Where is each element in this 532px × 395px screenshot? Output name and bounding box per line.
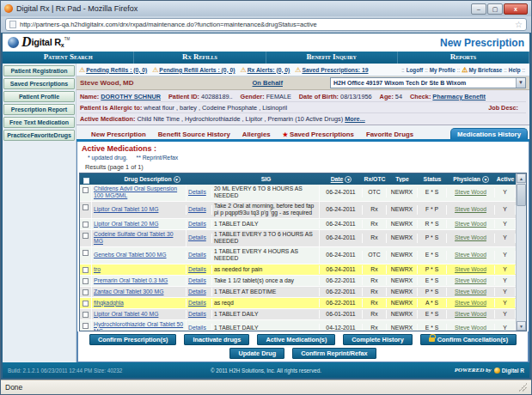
more-link[interactable]: More... [345,115,365,123]
nav-item[interactable]: Rx Refills [134,52,266,64]
session-link[interactable]: Logoff [407,67,424,73]
physician-link[interactable]: Steve Wood [455,289,486,295]
row-checkbox[interactable] [83,204,89,210]
action-button[interactable]: Inactivate drugs [184,334,249,345]
nav-item[interactable]: Reports [398,52,529,64]
nav-item[interactable]: Patient Search [3,52,134,64]
on-behalf-link[interactable]: On Behalf [253,79,283,87]
tab[interactable]: ★ Favorite Drugs [360,129,419,139]
drug-link[interactable]: Childrens Advil Oral Suspension 100 MG/5… [94,185,177,198]
physician-link[interactable]: Steve Wood [455,206,486,212]
physician-link[interactable]: Steve Wood [455,311,486,317]
details-link[interactable]: Details [188,206,206,212]
details-link[interactable]: Details [188,234,206,240]
bookmark-star-icon[interactable]: ☆ [515,21,523,29]
details-link[interactable]: Details [188,221,206,227]
tab[interactable]: ★ New Prescription [85,129,152,139]
action-button[interactable]: Confirm Prescription(s) [89,334,177,345]
sidebar-item[interactable]: Saved Prescriptions [3,78,75,89]
sidebar-item[interactable]: Patient Profile [3,91,75,102]
physician-link[interactable]: Steve Wood [455,252,486,258]
drug-link[interactable]: Premarin Oral Tablet 0.3 MG [94,277,168,283]
medications-table: Drug Description ▼ SIG Date ▼ Rx/OTC Typ… [79,173,527,331]
row-checkbox[interactable] [83,278,89,284]
nav-item[interactable]: Benefit Inquiry [266,52,398,64]
sidebar-item[interactable]: Prescription Report [3,104,75,115]
select-all-checkbox[interactable] [83,178,89,184]
alert-link[interactable]: Rx Alerts: (0, 0) [248,67,290,73]
session-link[interactable]: My Briefcase [468,67,502,73]
physician-link[interactable]: Steve Wood [455,277,486,283]
drug-link[interactable]: Lipitor Oral Tablet 40 MG [94,311,158,317]
physician-link[interactable]: Steve Wood [455,325,486,331]
alert-link[interactable]: Pending Refill Alerts : (0, 0) [159,67,235,73]
drug-link[interactable]: Codeine Sulfate Oral Tablet 30 MG [94,231,173,244]
pharmacy-benefit-link[interactable]: Pharmacy Benefit [432,93,486,100]
tab[interactable]: ★ Saved Prescriptions [277,129,360,139]
details-link[interactable]: Details [188,277,206,283]
row-checkbox[interactable] [83,289,89,295]
sort-dropdown-icon[interactable]: ▼ [345,176,352,183]
column-date[interactable]: Date ▼ [320,176,363,183]
row-checkbox[interactable] [83,233,89,239]
office-select[interactable]: H2H Office 49197 Wixom Tech Dr Ste B Wix… [330,77,526,88]
action-button[interactable]: Update Drug [229,348,284,359]
row-checkbox[interactable] [83,301,89,307]
drug-link[interactable]: Genebs Oral Tablet 500 MG [94,252,167,258]
physician-link[interactable]: Steve Wood [455,234,486,240]
column-physician[interactable]: Physician ▼ [447,176,495,183]
sidebar-item[interactable]: Free Text Medication [3,117,75,128]
details-link[interactable]: Details [188,289,206,295]
drug-link[interactable]: Hydrochlorothiazide Oral Tablet 50 MG [94,321,183,331]
sidebar-item[interactable]: Patient Registration [3,65,75,76]
tab[interactable]: ★ Medications History [450,128,528,139]
drug-link[interactable]: Lipitor Oral Tablet 10 MG [94,206,158,212]
action-button[interactable]: Complete History [343,334,412,345]
action-button[interactable]: Active Medication(s) [257,334,335,345]
patient-name-link[interactable]: DOROTHY SCHNUR [101,93,161,100]
tab[interactable]: ★ Allergies [236,129,277,139]
column-drug-description[interactable]: Drug Description ▼ [92,176,212,183]
row-checkbox[interactable] [83,187,89,193]
action-button[interactable]: Confirm Reprint/Refax [292,348,376,359]
physician-link[interactable]: Steve Wood [455,266,486,272]
minimize-button[interactable]: – [471,3,486,15]
url-input[interactable]: http://partners-qa.h2hdigitalrx.com/drx/… [5,18,527,31]
sort-dropdown-icon[interactable]: ▼ [174,176,180,183]
details-link[interactable]: Details [188,189,206,195]
alert-link[interactable]: Pending Refills : (0, 0) [86,67,147,73]
drug-link[interactable]: fihqkadqhla [94,300,124,306]
physician-link[interactable]: Steve Wood [455,221,486,227]
drug-link[interactable]: Zantac Oral Tablet 300 MG [94,289,163,295]
scroll-thumb[interactable] [517,184,526,206]
drug-link[interactable]: tro [94,266,101,272]
row-checkbox[interactable] [83,222,89,228]
details-link[interactable]: Details [188,311,206,317]
details-link[interactable]: Details [188,266,206,272]
separator: :: [401,67,405,73]
sidebar-item[interactable]: PracticeFavoriteDrugs [3,130,75,141]
details-link[interactable]: Details [188,300,206,306]
alert-link-item: ⚠ Pending Refill Alerts : (0, 0) [152,66,235,74]
session-link[interactable]: My Profile [430,67,456,73]
scroll-up-arrow[interactable]: ▲ [517,173,526,183]
drug-link[interactable]: Lipitor Oral Tablet 20 MG [94,221,158,227]
close-button[interactable]: x [504,3,528,15]
row-checkbox[interactable] [83,267,89,273]
tab[interactable]: ★ Benefit Source History [152,129,236,139]
scroll-down-arrow[interactable]: ▼ [517,321,526,331]
physician-link[interactable]: Steve Wood [455,189,486,195]
details-link[interactable]: Details [188,325,206,331]
row-checkbox[interactable] [83,250,89,256]
physician-link[interactable]: Steve Wood [455,300,486,306]
alert-link[interactable]: Saved Prescriptions: 19 [302,67,368,73]
row-checkbox[interactable] [83,312,89,318]
action-button[interactable]: Confirm Cancellation(s) [420,334,517,345]
details-link[interactable]: Details [188,252,206,258]
maximize-button[interactable]: ▢ [487,3,503,15]
session-link[interactable]: Help [509,67,521,73]
row-checkbox[interactable] [83,323,89,329]
sort-dropdown-icon[interactable]: ▼ [482,176,489,183]
table-scrollbar[interactable]: ▲ ▼ [516,173,526,331]
resize-grip[interactable] [518,383,527,392]
